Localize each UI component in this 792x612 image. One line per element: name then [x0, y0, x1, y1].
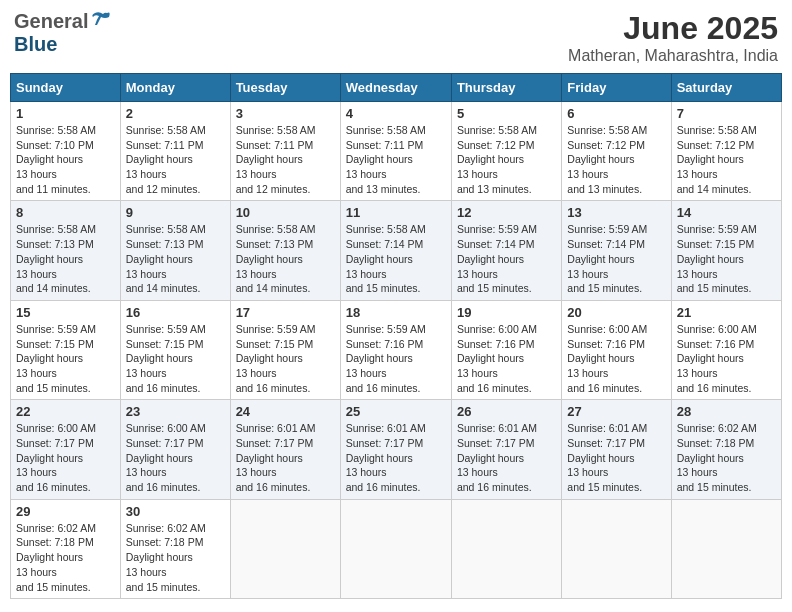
- day-info: Sunrise: 6:02 AMSunset: 7:18 PMDaylight …: [677, 421, 776, 494]
- day-info: Sunrise: 6:02 AMSunset: 7:18 PMDaylight …: [16, 521, 115, 594]
- day-number: 20: [567, 305, 665, 320]
- column-header-saturday: Saturday: [671, 74, 781, 102]
- day-info: Sunrise: 5:58 AMSunset: 7:13 PMDaylight …: [236, 222, 335, 295]
- day-info: Sunrise: 6:01 AMSunset: 7:17 PMDaylight …: [236, 421, 335, 494]
- logo-bird-icon: [89, 11, 111, 29]
- logo-general-text: General: [14, 10, 88, 33]
- day-number: 8: [16, 205, 115, 220]
- day-number: 28: [677, 404, 776, 419]
- calendar-cell: 1Sunrise: 5:58 AMSunset: 7:10 PMDaylight…: [11, 102, 121, 201]
- calendar-cell: 5Sunrise: 5:58 AMSunset: 7:12 PMDaylight…: [451, 102, 561, 201]
- calendar-cell: [340, 499, 451, 598]
- day-number: 23: [126, 404, 225, 419]
- day-number: 13: [567, 205, 665, 220]
- calendar-cell: 10Sunrise: 5:58 AMSunset: 7:13 PMDayligh…: [230, 201, 340, 300]
- day-number: 16: [126, 305, 225, 320]
- calendar-cell: 18Sunrise: 5:59 AMSunset: 7:16 PMDayligh…: [340, 300, 451, 399]
- calendar-cell: 21Sunrise: 6:00 AMSunset: 7:16 PMDayligh…: [671, 300, 781, 399]
- calendar-cell: 27Sunrise: 6:01 AMSunset: 7:17 PMDayligh…: [562, 400, 671, 499]
- calendar-cell: 4Sunrise: 5:58 AMSunset: 7:11 PMDaylight…: [340, 102, 451, 201]
- calendar-cell: [451, 499, 561, 598]
- day-number: 27: [567, 404, 665, 419]
- day-info: Sunrise: 6:01 AMSunset: 7:17 PMDaylight …: [457, 421, 556, 494]
- calendar-cell: 23Sunrise: 6:00 AMSunset: 7:17 PMDayligh…: [120, 400, 230, 499]
- calendar-week-row: 8Sunrise: 5:58 AMSunset: 7:13 PMDaylight…: [11, 201, 782, 300]
- calendar-cell: 2Sunrise: 5:58 AMSunset: 7:11 PMDaylight…: [120, 102, 230, 201]
- day-info: Sunrise: 5:59 AMSunset: 7:14 PMDaylight …: [457, 222, 556, 295]
- calendar-cell: 9Sunrise: 5:58 AMSunset: 7:13 PMDaylight…: [120, 201, 230, 300]
- column-header-monday: Monday: [120, 74, 230, 102]
- day-info: Sunrise: 5:58 AMSunset: 7:11 PMDaylight …: [346, 123, 446, 196]
- calendar-cell: 17Sunrise: 5:59 AMSunset: 7:15 PMDayligh…: [230, 300, 340, 399]
- calendar-cell: 30Sunrise: 6:02 AMSunset: 7:18 PMDayligh…: [120, 499, 230, 598]
- day-number: 4: [346, 106, 446, 121]
- calendar-cell: [230, 499, 340, 598]
- day-number: 21: [677, 305, 776, 320]
- day-info: Sunrise: 5:59 AMSunset: 7:15 PMDaylight …: [236, 322, 335, 395]
- day-number: 7: [677, 106, 776, 121]
- day-info: Sunrise: 6:00 AMSunset: 7:16 PMDaylight …: [567, 322, 665, 395]
- day-number: 24: [236, 404, 335, 419]
- day-number: 1: [16, 106, 115, 121]
- day-number: 2: [126, 106, 225, 121]
- day-number: 12: [457, 205, 556, 220]
- calendar-week-row: 15Sunrise: 5:59 AMSunset: 7:15 PMDayligh…: [11, 300, 782, 399]
- column-header-thursday: Thursday: [451, 74, 561, 102]
- calendar-cell: 29Sunrise: 6:02 AMSunset: 7:18 PMDayligh…: [11, 499, 121, 598]
- day-number: 30: [126, 504, 225, 519]
- day-info: Sunrise: 6:00 AMSunset: 7:16 PMDaylight …: [677, 322, 776, 395]
- calendar-week-row: 22Sunrise: 6:00 AMSunset: 7:17 PMDayligh…: [11, 400, 782, 499]
- day-info: Sunrise: 5:58 AMSunset: 7:11 PMDaylight …: [236, 123, 335, 196]
- day-info: Sunrise: 5:58 AMSunset: 7:11 PMDaylight …: [126, 123, 225, 196]
- logo-blue-text: Blue: [14, 33, 57, 55]
- day-info: Sunrise: 6:01 AMSunset: 7:17 PMDaylight …: [567, 421, 665, 494]
- calendar-cell: 11Sunrise: 5:58 AMSunset: 7:14 PMDayligh…: [340, 201, 451, 300]
- day-info: Sunrise: 5:59 AMSunset: 7:16 PMDaylight …: [346, 322, 446, 395]
- day-number: 19: [457, 305, 556, 320]
- day-info: Sunrise: 6:01 AMSunset: 7:17 PMDaylight …: [346, 421, 446, 494]
- day-number: 9: [126, 205, 225, 220]
- month-title: June 2025: [568, 10, 778, 47]
- column-header-sunday: Sunday: [11, 74, 121, 102]
- calendar-cell: 8Sunrise: 5:58 AMSunset: 7:13 PMDaylight…: [11, 201, 121, 300]
- calendar-cell: 13Sunrise: 5:59 AMSunset: 7:14 PMDayligh…: [562, 201, 671, 300]
- logo-block: General Blue: [14, 10, 112, 56]
- calendar-cell: 3Sunrise: 5:58 AMSunset: 7:11 PMDaylight…: [230, 102, 340, 201]
- day-number: 6: [567, 106, 665, 121]
- day-info: Sunrise: 5:58 AMSunset: 7:14 PMDaylight …: [346, 222, 446, 295]
- calendar-cell: 12Sunrise: 5:59 AMSunset: 7:14 PMDayligh…: [451, 201, 561, 300]
- column-header-wednesday: Wednesday: [340, 74, 451, 102]
- calendar-cell: 15Sunrise: 5:59 AMSunset: 7:15 PMDayligh…: [11, 300, 121, 399]
- day-number: 11: [346, 205, 446, 220]
- calendar-cell: 22Sunrise: 6:00 AMSunset: 7:17 PMDayligh…: [11, 400, 121, 499]
- day-info: Sunrise: 5:58 AMSunset: 7:13 PMDaylight …: [126, 222, 225, 295]
- location-title: Matheran, Maharashtra, India: [568, 47, 778, 65]
- calendar-cell: 6Sunrise: 5:58 AMSunset: 7:12 PMDaylight…: [562, 102, 671, 201]
- day-number: 3: [236, 106, 335, 121]
- title-area: June 2025 Matheran, Maharashtra, India: [568, 10, 778, 65]
- day-number: 18: [346, 305, 446, 320]
- day-number: 29: [16, 504, 115, 519]
- calendar-cell: 19Sunrise: 6:00 AMSunset: 7:16 PMDayligh…: [451, 300, 561, 399]
- calendar-cell: 25Sunrise: 6:01 AMSunset: 7:17 PMDayligh…: [340, 400, 451, 499]
- day-info: Sunrise: 5:58 AMSunset: 7:12 PMDaylight …: [457, 123, 556, 196]
- day-number: 26: [457, 404, 556, 419]
- day-number: 15: [16, 305, 115, 320]
- day-number: 25: [346, 404, 446, 419]
- calendar-week-row: 29Sunrise: 6:02 AMSunset: 7:18 PMDayligh…: [11, 499, 782, 598]
- calendar-cell: 28Sunrise: 6:02 AMSunset: 7:18 PMDayligh…: [671, 400, 781, 499]
- day-info: Sunrise: 5:58 AMSunset: 7:13 PMDaylight …: [16, 222, 115, 295]
- calendar-cell: [671, 499, 781, 598]
- day-info: Sunrise: 5:59 AMSunset: 7:15 PMDaylight …: [677, 222, 776, 295]
- day-number: 17: [236, 305, 335, 320]
- day-info: Sunrise: 5:58 AMSunset: 7:10 PMDaylight …: [16, 123, 115, 196]
- day-info: Sunrise: 5:59 AMSunset: 7:15 PMDaylight …: [126, 322, 225, 395]
- calendar-cell: [562, 499, 671, 598]
- day-number: 10: [236, 205, 335, 220]
- day-info: Sunrise: 6:02 AMSunset: 7:18 PMDaylight …: [126, 521, 225, 594]
- column-header-friday: Friday: [562, 74, 671, 102]
- day-number: 14: [677, 205, 776, 220]
- day-info: Sunrise: 5:59 AMSunset: 7:14 PMDaylight …: [567, 222, 665, 295]
- calendar-cell: 16Sunrise: 5:59 AMSunset: 7:15 PMDayligh…: [120, 300, 230, 399]
- day-number: 22: [16, 404, 115, 419]
